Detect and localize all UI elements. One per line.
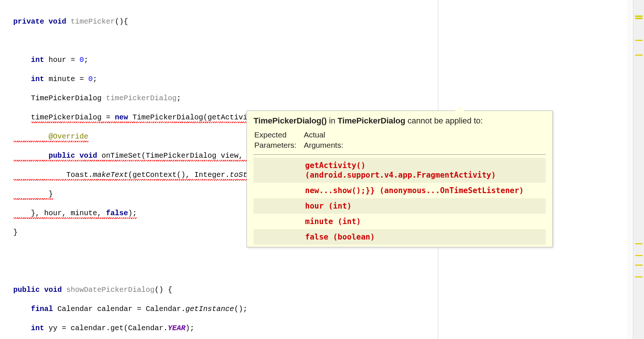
code-line: final Calendar calendar = Calendar.getIn…: [13, 304, 644, 314]
error-stripe-gutter[interactable]: [633, 0, 644, 339]
tooltip-divider: [254, 154, 546, 155]
tooltip-title: TimePickerDialog() in TimePickerDialog c…: [254, 116, 546, 126]
code-line: [13, 266, 644, 276]
warning-mark[interactable]: [635, 276, 643, 277]
code-line: TimePickerDialog timePickerDialog;: [13, 94, 644, 103]
tooltip-row: getActivity() (android.support.v4.app.Fr…: [254, 158, 546, 183]
tooltip-row: new...show();}} (anonymous...OnTimeSetLi…: [254, 183, 546, 198]
warning-mark[interactable]: [635, 243, 643, 244]
warning-mark[interactable]: [635, 18, 643, 19]
warning-mark[interactable]: [635, 55, 643, 56]
warning-mark[interactable]: [635, 265, 643, 266]
code-line: [13, 247, 644, 256]
warning-mark[interactable]: [635, 255, 643, 256]
code-line: public void showDatePickerDialog() {: [13, 285, 644, 295]
code-line: int minute = 0;: [13, 74, 644, 84]
warning-mark[interactable]: [635, 40, 643, 41]
code-line: int hour = 0;: [13, 55, 644, 65]
error-tooltip: TimePickerDialog() in TimePickerDialog c…: [247, 111, 553, 247]
tooltip-row: hour (int): [254, 198, 546, 214]
tooltip-header: ExpectedActual Parameters:Arguments:: [254, 129, 351, 151]
warning-mark[interactable]: [635, 15, 643, 17]
tooltip-row: false (boolean): [254, 229, 546, 245]
code-line: int yy = calendar.get(Calendar.YEAR);: [13, 324, 644, 333]
vertical-scrollbar[interactable]: [627, 0, 633, 339]
code-line: private void timePicker(){: [13, 17, 644, 27]
tooltip-row: minute (int): [254, 214, 546, 229]
code-line: [13, 36, 644, 46]
